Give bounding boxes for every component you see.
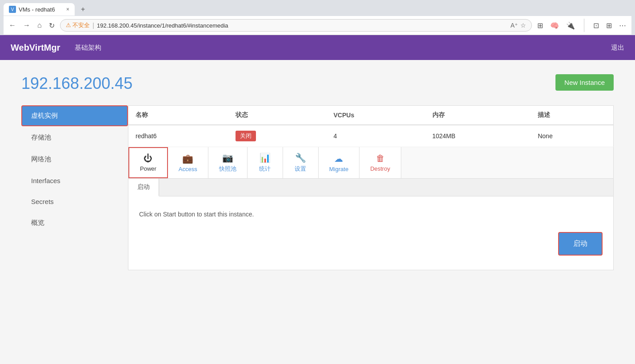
- tab-close-button[interactable]: ×: [66, 6, 69, 12]
- main-layout: 虚机实例 存储池 网络池 Interfaces Secrets 概览: [21, 105, 614, 270]
- snapshot-icon: 📷: [222, 152, 233, 163]
- sidebar-item-vm-instances[interactable]: 虚机实例: [21, 105, 128, 126]
- action-tabs: ⏻ Power 💼 Access 📷 快照池 📊 统计 🔧 设置: [128, 147, 614, 179]
- page-ip-address: 192.168.200.45: [21, 74, 132, 93]
- profile-icon[interactable]: ⊞: [604, 20, 614, 32]
- app-content: 192.168.200.45 New Instance 虚机实例 存储池 网络池…: [0, 60, 635, 364]
- access-icon: 💼: [182, 153, 193, 164]
- tab-access[interactable]: 💼 Access: [168, 147, 208, 178]
- tab-settings-label: 设置: [295, 165, 306, 173]
- browser-nav-bar: ← → ⌂ ↻ ⚠ 不安全 | 192.168.200.45/instance/…: [4, 16, 631, 35]
- col-name: 名称: [128, 106, 229, 125]
- instance-vcpus: 4: [327, 125, 425, 147]
- sidebar-item-storage-pool[interactable]: 存储池: [21, 127, 128, 148]
- power-tab-header: 启动: [128, 179, 613, 196]
- address-url: 192.168.200.45/instance/1/redhat6/#insta…: [97, 22, 508, 29]
- tab-stats[interactable]: 📊 统计: [248, 147, 283, 178]
- refresh-button[interactable]: ↻: [47, 20, 56, 32]
- sidebar-item-network-pool[interactable]: 网络池: [21, 149, 128, 170]
- tab-access-label: Access: [179, 166, 197, 172]
- app-logo: WebVirtMgr: [11, 43, 60, 53]
- destroy-icon: 🗑: [376, 153, 385, 164]
- sidebar-item-overview[interactable]: 概览: [21, 212, 128, 233]
- address-bar[interactable]: ⚠ 不安全 | 192.168.200.45/instance/1/redhat…: [60, 19, 532, 32]
- col-vcpus: VCPUs: [327, 106, 425, 125]
- reader-icon[interactable]: A⁺: [511, 22, 518, 29]
- brain-icon[interactable]: 🧠: [548, 20, 561, 32]
- browser-chrome: V VMs - redhat6 × + ← → ⌂ ↻ ⚠ 不安全 | 192.…: [0, 0, 635, 35]
- power-actions: 启动: [139, 232, 603, 256]
- tab-settings[interactable]: 🔧 设置: [283, 147, 319, 178]
- tab-power[interactable]: ⏻ Power: [128, 147, 168, 178]
- migrate-icon: ☁: [334, 153, 343, 164]
- tab-title: VMs - redhat6: [19, 6, 55, 13]
- status-badge: 关闭: [236, 131, 256, 141]
- power-content: Click on Start button to start this inst…: [128, 196, 613, 270]
- col-memory: 内存: [425, 106, 531, 125]
- security-warning: ⚠ 不安全: [66, 21, 90, 29]
- instance-table: 名称 状态 VCPUs 内存 描述 redhat6 关闭 4 1024M: [128, 105, 614, 147]
- col-description: 描述: [531, 106, 613, 125]
- sidebar-item-secrets[interactable]: Secrets: [21, 192, 128, 212]
- extensions-icon[interactable]: ⊞: [535, 20, 545, 32]
- tab-migrate[interactable]: ☁ Migrate: [319, 147, 359, 178]
- tab-favicon: V: [9, 6, 16, 13]
- tab-destroy[interactable]: 🗑 Destroy: [359, 147, 401, 178]
- active-tab[interactable]: V VMs - redhat6 ×: [4, 3, 75, 16]
- power-start-tab[interactable]: 启动: [128, 179, 159, 196]
- home-button[interactable]: ⌂: [36, 20, 44, 31]
- nav-infrastructure[interactable]: 基础架构: [75, 44, 101, 52]
- power-instruction: Click on Start button to start this inst…: [139, 211, 603, 218]
- back-button[interactable]: ←: [7, 20, 18, 31]
- table-header-row: 名称 状态 VCPUs 内存 描述: [128, 106, 614, 125]
- tab-power-label: Power: [140, 165, 156, 172]
- new-tab-button[interactable]: +: [76, 3, 89, 16]
- nav-icons-right: ⊞ 🧠 🔌 ⊡ ⊞ ⋯: [535, 19, 628, 32]
- logout-button[interactable]: 退出: [611, 44, 624, 52]
- forward-button[interactable]: →: [21, 20, 32, 31]
- power-icon: ⏻: [144, 153, 152, 164]
- tab-snapshot[interactable]: 📷 快照池: [208, 147, 248, 178]
- menu-icon[interactable]: ⋯: [617, 20, 628, 32]
- tab-snapshot-label: 快照池: [219, 165, 236, 173]
- tab-destroy-label: Destroy: [370, 165, 390, 172]
- sidebar-item-interfaces[interactable]: Interfaces: [21, 171, 128, 191]
- address-separator: |: [92, 22, 94, 29]
- tab-migrate-label: Migrate: [329, 166, 348, 172]
- stats-icon: 📊: [260, 152, 271, 163]
- browser-tabs: V VMs - redhat6 × +: [4, 3, 631, 16]
- instance-memory: 1024MB: [425, 125, 531, 147]
- sidebar: 虚机实例 存储池 网络池 Interfaces Secrets 概览: [21, 105, 128, 270]
- app-header-left: WebVirtMgr 基础架构: [11, 43, 101, 53]
- main-content: 名称 状态 VCPUs 内存 描述 redhat6 关闭 4 1024M: [128, 105, 614, 270]
- page-header: 192.168.200.45 New Instance: [21, 74, 614, 93]
- tab-stats-label: 统计: [259, 165, 271, 173]
- puzzle-icon[interactable]: 🔌: [564, 20, 577, 32]
- new-instance-button[interactable]: New Instance: [555, 74, 614, 91]
- table-row: redhat6 关闭 4 1024MB None: [128, 125, 614, 147]
- power-panel: 启动 Click on Start button to start this i…: [128, 179, 614, 270]
- instance-name: redhat6: [128, 125, 229, 147]
- star-icon[interactable]: ☆: [520, 22, 526, 29]
- start-button[interactable]: 启动: [558, 232, 603, 256]
- instance-status: 关闭: [228, 125, 326, 147]
- split-view-icon[interactable]: ⊡: [591, 20, 601, 32]
- app-header: WebVirtMgr 基础架构 退出: [0, 35, 635, 60]
- settings-icon: 🔧: [295, 152, 306, 163]
- instance-description: None: [531, 125, 613, 147]
- col-status: 状态: [228, 106, 326, 125]
